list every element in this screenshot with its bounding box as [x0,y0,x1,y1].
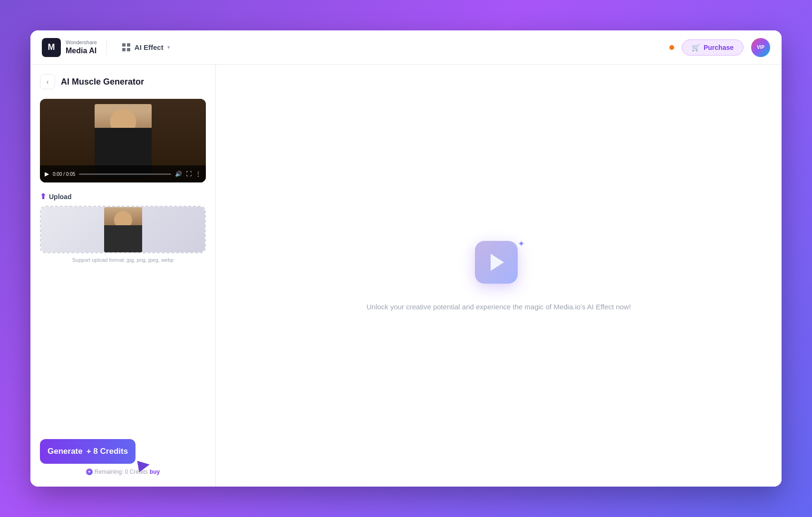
ai-effect-button[interactable]: AI Effect ▾ [116,40,175,55]
status-indicator [669,45,674,50]
remaining-text: Remaining: 0 Credits [95,469,148,475]
chevron-down-icon: ▾ [167,45,170,50]
upload-icon: ⬆ [40,192,46,201]
play-icon-container: ✦ [475,241,522,288]
back-button[interactable]: ‹ [40,74,55,89]
sparkle-icon: ✦ [518,239,525,249]
uploaded-photo [41,207,205,252]
header-right: 🛒 Purchase VIP [669,38,770,57]
main-content: ✦ Unlock your creative potential and exp… [216,65,782,487]
generate-area: Generate + 8 Credits ▶ ✦ Remaining: 0 Cr… [40,431,206,475]
brand-top: Wondershare [66,39,97,46]
generate-btn-wrapper: Generate + 8 Credits ▶ [40,439,135,464]
nav-separator [106,40,107,55]
time-display: 0:00 / 0:05 [53,172,75,177]
generate-credits: + 8 Credits [87,447,128,456]
ai-effect-label: AI Effect [135,43,164,51]
face-image [104,207,142,252]
cart-icon: 🛒 [692,44,700,51]
upload-dropzone[interactable] [40,206,206,253]
brand-bottom: Media AI [66,46,97,55]
main-tagline: Unlock your creative potential and exper… [367,303,631,311]
header: M Wondershare Media AI AI Effect ▾ 🛒 Pur… [30,30,782,65]
vip-avatar[interactable]: VIP [751,38,770,57]
play-button[interactable]: ▶ [45,171,49,177]
play-icon-box [475,241,518,284]
upload-label: ⬆ Upload [40,192,206,201]
main-placeholder: ✦ Unlock your creative potential and exp… [367,241,631,311]
logo-area: M Wondershare Media AI [42,38,97,57]
sidebar-header: ‹ AI Muscle Generator [40,74,206,89]
buy-link[interactable]: buy [150,469,160,475]
app-window: M Wondershare Media AI AI Effect ▾ 🛒 Pur… [30,30,782,487]
app-body: ‹ AI Muscle Generator ▶ 0:00 / 0:05 🔊 ⛶ … [30,65,782,487]
credits-circle-icon: ✦ [86,469,93,475]
fullscreen-icon[interactable]: ⛶ [186,171,192,177]
progress-bar[interactable] [79,173,171,175]
purchase-button[interactable]: 🛒 Purchase [682,39,744,56]
upload-hint: Support upload format: jpg, png, jpeg, w… [40,257,206,263]
logo-text: Wondershare Media AI [66,39,97,55]
credits-info: ✦ Remaining: 0 Credits buy [40,469,206,475]
sidebar-title: AI Muscle Generator [61,77,144,87]
volume-icon[interactable]: 🔊 [175,171,182,177]
logo-icon: M [42,38,61,57]
generate-button[interactable]: Generate + 8 Credits [40,439,135,464]
sidebar: ‹ AI Muscle Generator ▶ 0:00 / 0:05 🔊 ⛶ … [30,65,216,487]
upload-section: ⬆ Upload Support upload format: jpg, png… [40,192,206,263]
generate-label: Generate [48,447,83,456]
vip-label: VIP [757,45,764,50]
purchase-label: Purchase [704,44,734,51]
grid-icon [122,43,131,52]
sidebar-spacer [40,268,206,431]
back-icon: ‹ [47,78,49,86]
play-triangle-icon [491,254,504,271]
video-preview: ▶ 0:00 / 0:05 🔊 ⛶ ⋮ [40,99,206,182]
more-options-icon[interactable]: ⋮ [195,171,201,177]
video-controls: ▶ 0:00 / 0:05 🔊 ⛶ ⋮ [40,165,206,182]
upload-text: Upload [49,193,71,201]
